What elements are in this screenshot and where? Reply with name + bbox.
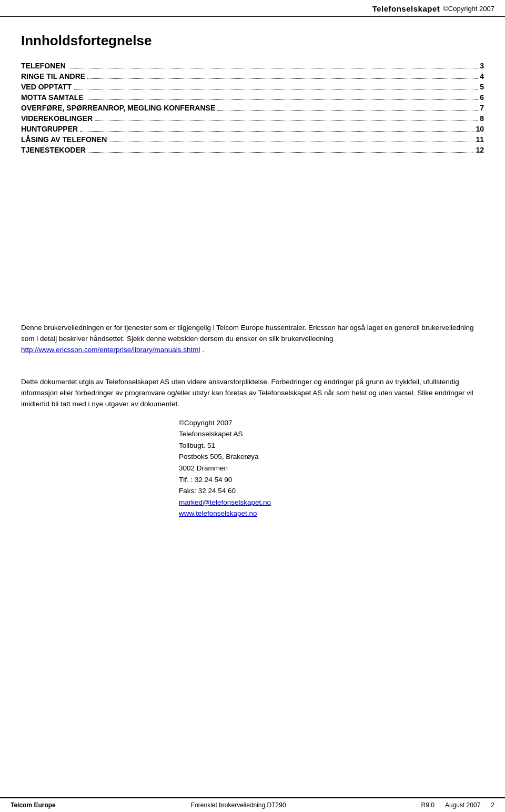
copyright-line7: Faks: 32 24 54 60 [179, 485, 484, 497]
toc-item: TELEFONEN3 [21, 62, 484, 70]
body-paragraph-1: Denne brukerveiledningen er for tjeneste… [21, 323, 484, 356]
toc-item-page: 8 [480, 114, 484, 123]
toc-list: TELEFONEN3RINGE TIL ANDRE4VED OPPTATT5MO… [21, 62, 484, 154]
toc-dots [86, 99, 478, 100]
toc-item-label: VED OPPTATT [21, 83, 72, 91]
disclaimer-section: Dette dokumentet utgis av Telefonselskap… [21, 377, 484, 410]
footer-center: Forenklet brukerveiledning DT290 [191, 801, 286, 809]
copyright-line3: Tollbugt. 51 [179, 440, 484, 452]
toc-item-label: HUNTGRUPPER [21, 125, 78, 133]
page-footer: Telcom Europe Forenklet brukerveiledning… [0, 797, 505, 812]
toc-item: OVERFØRE, SPØRREANROP, MEGLING KONFERANS… [21, 104, 484, 112]
toc-item: VED OPPTATT5 [21, 83, 484, 91]
toc-dots [88, 152, 474, 153]
toc-item-page: 7 [480, 104, 484, 112]
toc-item: HUNTGRUPPER10 [21, 125, 484, 133]
copyright-email: marked@telefonselskapet.no [179, 497, 484, 508]
footer-date: August 2007 [445, 801, 480, 809]
footer-version: R9.0 [421, 801, 435, 809]
brand-name: Telefonselskapet [372, 4, 440, 13]
toc-item-page: 3 [480, 62, 484, 70]
toc-item-label: RINGE TIL ANDRE [21, 72, 85, 81]
email-link[interactable]: marked@telefonselskapet.no [179, 498, 271, 506]
toc-item-page: 12 [476, 146, 484, 154]
copyright-line1: ©Copyright 2007 [179, 417, 484, 429]
copyright-line4: Postboks 505, Brakerøya [179, 451, 484, 463]
toc-dots [80, 131, 473, 132]
toc-dots [109, 142, 473, 142]
toc-item-page: 6 [480, 93, 484, 102]
toc-dots [95, 121, 478, 121]
toc-item: VIDEREKOBLINGER8 [21, 114, 484, 123]
copyright-website: www.telefonselskapet.no [179, 508, 484, 519]
page-header: Telefonselskapet ©Copyright 2007 [0, 0, 505, 17]
page-content: Innholdsfortegnelse TELEFONEN3RINGE TIL … [0, 17, 505, 540]
website-link[interactable]: www.telefonselskapet.no [179, 509, 257, 517]
toc-item-page: 4 [480, 72, 484, 81]
toc-item: RINGE TIL ANDRE4 [21, 72, 484, 81]
copyright-line5: 3002 Drammen [179, 463, 484, 474]
footer-right: R9.0 August 2007 2 [421, 801, 494, 809]
toc-item: TJENESTEKODER12 [21, 146, 484, 154]
disclaimer-paragraph: Dette dokumentet utgis av Telefonselskap… [21, 377, 484, 410]
toc-item: LÅSING AV TELEFONEN11 [21, 135, 484, 144]
body-section: Denne brukerveiledningen er for tjeneste… [21, 323, 484, 356]
copyright-line6: Tlf. : 32 24 54 90 [179, 474, 484, 486]
toc-item-label: LÅSING AV TELEFONEN [21, 135, 107, 144]
toc-item-label: OVERFØRE, SPØRREANROP, MEGLING KONFERANS… [21, 104, 215, 112]
toc-dots [217, 110, 478, 111]
toc-item-page: 11 [476, 135, 484, 144]
toc-dots [68, 68, 478, 68]
toc-item: MOTTA SAMTALE6 [21, 93, 484, 102]
toc-item-page: 10 [476, 125, 484, 133]
header-copyright: ©Copyright 2007 [443, 5, 494, 13]
footer-page: 2 [491, 801, 494, 809]
toc-dots [74, 89, 478, 89]
toc-item-label: VIDEREKOBLINGER [21, 114, 93, 123]
toc-item-label: TJENESTEKODER [21, 146, 86, 154]
toc-item-label: MOTTA SAMTALE [21, 93, 84, 102]
ericsson-link[interactable]: http://www.ericsson.com/enterprise/libra… [21, 346, 200, 354]
footer-left: Telcom Europe [11, 801, 56, 809]
toc-item-page: 5 [480, 83, 484, 91]
toc-dots [87, 78, 478, 79]
toc-title: Innholdsfortegnelse [21, 33, 484, 49]
toc-item-label: TELEFONEN [21, 62, 66, 70]
copyright-line2: Telefonselskapet AS [179, 428, 484, 440]
copyright-block: ©Copyright 2007 Telefonselskapet AS Toll… [179, 417, 484, 519]
